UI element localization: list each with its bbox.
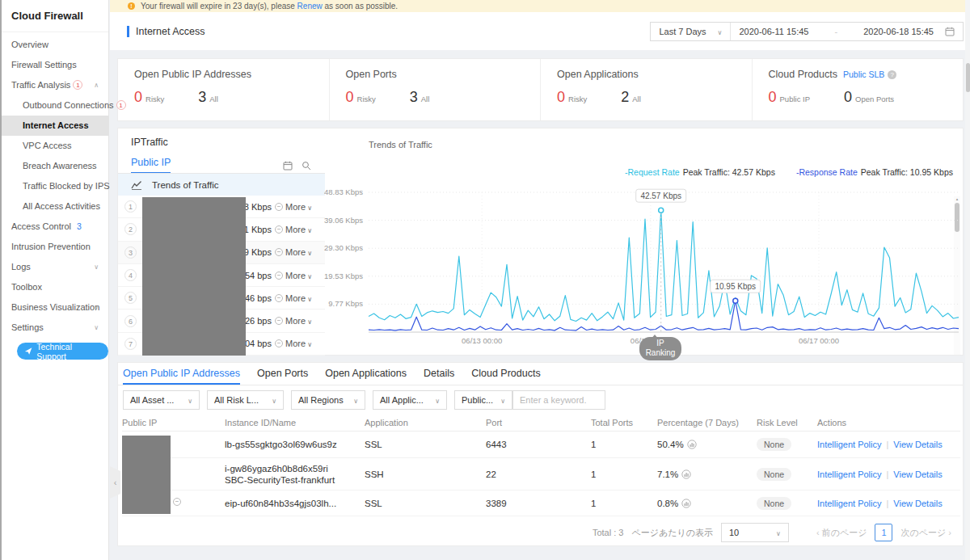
more-dropdown[interactable]: More [285, 247, 312, 257]
all-count: 3 [410, 89, 418, 106]
page-scrollbar[interactable] [965, 0, 970, 560]
table-row: lb-gs55sgktgo3ol69w6us9z SSL 6443 1 50.4… [122, 432, 960, 458]
sidebar-item-outbound-connections[interactable]: Outbound Connections1 [0, 95, 108, 116]
table-row: eip-uf60n84hb3s4gjs03lh... SSL 3389 1 0.… [122, 491, 960, 516]
svg-text:9.77 Kbps: 9.77 Kbps [328, 299, 363, 308]
public-slb-link[interactable]: Public SLB [843, 69, 884, 79]
more-dropdown[interactable]: More [285, 271, 312, 280]
table-header: Public IPInstance ID/NameApplicationPort… [122, 415, 960, 432]
card-cloud-products[interactable]: Cloud ProductsPublic SLB? 0Public IP 0Op… [752, 59, 964, 120]
search-icon[interactable] [302, 159, 311, 174]
chevron-down-icon [500, 395, 505, 405]
intelligent-policy-link[interactable]: Intelligent Policy [817, 469, 882, 479]
sidebar-item-internet-access[interactable]: Internet Access [0, 116, 108, 136]
range-preset-select[interactable]: Last 7 Days [651, 23, 731, 40]
intelligent-policy-link[interactable]: Intelligent Policy [817, 440, 882, 449]
sidebar-item-breach-awareness[interactable]: Breach Awareness [0, 156, 108, 176]
sidebar-item-settings[interactable]: Settings∨ [0, 318, 108, 338]
tab-details[interactable]: Details [424, 363, 454, 385]
svg-text:19.53 Kbps: 19.53 Kbps [324, 272, 363, 280]
risk-level-badge: None [757, 497, 791, 510]
instance-cell: lb-gs55sgktgo3ol69w6us9z [225, 440, 365, 449]
sidebar-item-traffic-blocked-by-ips[interactable]: Traffic Blocked by IPS [0, 176, 108, 196]
sidebar-item-access-control[interactable]: Access Control3 [0, 217, 108, 237]
minus-circle-icon[interactable]: − [275, 294, 283, 302]
rank-badge: 4 [124, 269, 137, 281]
sidebar-item-business-visualization[interactable]: Business Visualization∨ [0, 297, 108, 318]
technical-support-button[interactable]: Technical Support [17, 343, 108, 360]
minus-circle-icon[interactable]: − [275, 225, 283, 234]
more-dropdown[interactable]: More [285, 202, 312, 212]
tab-public-ip[interactable]: Public IP [131, 157, 171, 174]
calendar-icon[interactable] [283, 159, 293, 174]
chevron-down-icon: ∨ [94, 257, 99, 277]
minus-circle-icon[interactable]: − [173, 498, 181, 506]
renew-link[interactable]: Renew [297, 2, 323, 11]
regions-select[interactable]: All Regions [291, 390, 365, 410]
tab-open-public-ip-addresses[interactable]: Open Public IP Addresses [123, 363, 240, 385]
risk-level-select[interactable]: All Risk L... [207, 390, 284, 410]
date-start[interactable]: 2020-06-11 15:45 [739, 27, 808, 36]
chart-circle-icon[interactable] [687, 440, 697, 449]
rank-badge: 5 [124, 292, 137, 304]
more-dropdown[interactable]: More [285, 225, 312, 234]
sidebar-item-traffic-analysis[interactable]: Traffic Analysis1∧ [0, 75, 108, 95]
help-icon[interactable]: ? [888, 70, 896, 79]
warning-icon: ! [128, 2, 135, 10]
date-range-picker[interactable]: 2020-06-11 15:45 - 2020-06-18 15:45 [731, 23, 963, 40]
all-count: 3 [198, 89, 206, 106]
more-dropdown[interactable]: More [285, 293, 312, 303]
sidebar-item-logs[interactable]: Logs∨ [0, 257, 108, 277]
card-open-public-ip[interactable]: Open Public IP Addresses 0Risky 3All [118, 59, 329, 120]
minus-circle-icon[interactable]: − [275, 317, 283, 325]
total-count: Total : 3 [593, 528, 624, 537]
keyword-input[interactable] [512, 390, 605, 410]
tab-cloud-products[interactable]: Cloud Products [471, 363, 540, 385]
sidebar-item-firewall-settings[interactable]: Firewall Settings [0, 55, 108, 75]
table-row: i-gw86ygaz6h0b8d6x59riSBC-SecurityTest-f… [122, 458, 960, 491]
card-open-ports[interactable]: Open Ports 0Risky 3All [329, 59, 541, 120]
view-details-link[interactable]: View Details [893, 469, 942, 479]
svg-text:39.06 Kbps: 39.06 Kbps [324, 216, 363, 225]
search-field-select[interactable]: Public... [454, 390, 512, 410]
page-header: Internet Access Last 7 Days 2020-06-11 1… [110, 12, 970, 50]
sidebar-item-all-access-activities[interactable]: All Access Activities [0, 196, 108, 217]
view-details-link[interactable]: View Details [893, 499, 942, 508]
sidebar-item-toolbox[interactable]: Toolbox [0, 277, 108, 297]
chart-circle-icon[interactable] [681, 469, 691, 479]
chart-title: Trends of Traffic [369, 140, 432, 149]
svg-text:48.83 Kbps: 48.83 Kbps [324, 187, 363, 196]
current-page-button[interactable]: 1 [875, 524, 892, 541]
next-page-button[interactable]: 次のページ [900, 527, 951, 539]
trends-of-traffic-row[interactable]: Trends of Traffic [118, 174, 325, 196]
view-details-link[interactable]: View Details [893, 440, 942, 449]
more-dropdown[interactable]: More [285, 339, 312, 348]
sidebar-item-vpc-access[interactable]: VPC Access [0, 136, 108, 156]
minus-circle-icon[interactable]: − [275, 272, 283, 280]
more-dropdown[interactable]: More [285, 316, 312, 326]
chevron-down-icon: ∨ [94, 297, 99, 318]
per-page-select[interactable]: 10 [721, 523, 789, 542]
all-count: 2 [621, 89, 629, 106]
card-open-applications[interactable]: Open Applications 0Risky 2All [540, 59, 752, 120]
asset-type-select[interactable]: All Asset ... [123, 390, 200, 410]
applications-select[interactable]: All Applic... [373, 390, 447, 410]
ip-ranking-tooltip: IP Ranking [639, 337, 681, 360]
sidebar-item-overview[interactable]: Overview [0, 35, 108, 55]
banner-text: Your firewall will expire in 23 day(s), … [141, 2, 297, 11]
scrollbar-thumb[interactable] [966, 63, 970, 92]
minus-circle-icon[interactable]: − [275, 203, 283, 211]
tab-open-applications[interactable]: Open Applications [325, 363, 407, 385]
date-end[interactable]: 2020-06-18 15:45 [863, 27, 934, 36]
ip-traffic-title: IPTraffic [131, 137, 168, 148]
tab-open-ports[interactable]: Open Ports [257, 363, 308, 385]
sidebar-collapse-handle[interactable]: ‹ [110, 466, 120, 499]
send-icon [24, 347, 32, 356]
minus-circle-icon[interactable]: − [275, 248, 283, 256]
page-title: Internet Access [127, 26, 205, 37]
chart-circle-icon[interactable] [681, 499, 691, 508]
sidebar-item-intrusion-prevention[interactable]: Intrusion Prevention [0, 237, 108, 257]
intelligent-policy-link[interactable]: Intelligent Policy [817, 499, 882, 508]
prev-page-button[interactable]: 前のページ [816, 527, 867, 539]
minus-circle-icon[interactable]: − [275, 339, 283, 347]
